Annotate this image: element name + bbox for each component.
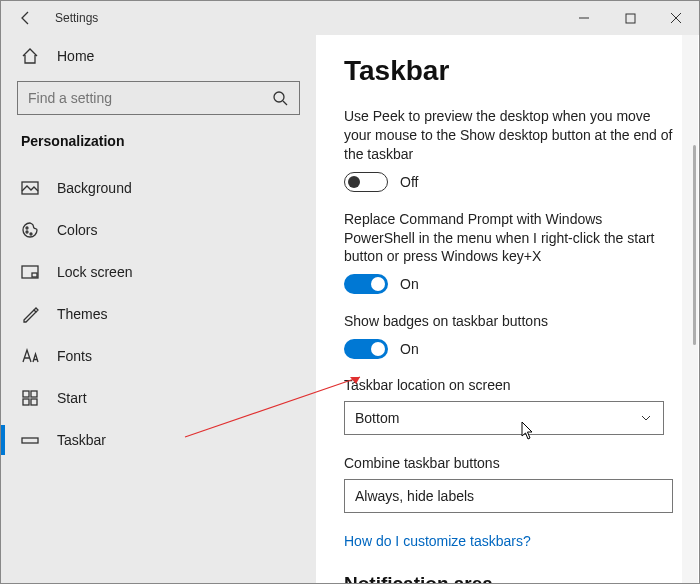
themes-icon (21, 305, 39, 323)
settings-window: Settings Home (0, 0, 700, 584)
sidebar-item-taskbar[interactable]: Taskbar (1, 419, 316, 461)
taskbar-icon (21, 431, 39, 449)
peek-description: Use Peek to preview the desktop when you… (344, 107, 673, 164)
powershell-description: Replace Command Prompt with Windows Powe… (344, 210, 673, 267)
home-icon (21, 47, 39, 65)
scroll-thumb[interactable] (693, 145, 696, 345)
sidebar-item-label: Taskbar (57, 432, 106, 448)
page-title: Taskbar (344, 55, 673, 87)
sidebar-item-label: Start (57, 390, 87, 406)
search-field[interactable] (28, 90, 271, 106)
close-button[interactable] (653, 1, 699, 35)
cursor-icon (521, 421, 535, 441)
sidebar-item-label: Lock screen (57, 264, 132, 280)
svg-point-3 (26, 227, 28, 229)
peek-toggle[interactable] (344, 172, 388, 192)
sidebar-item-label: Fonts (57, 348, 92, 364)
badges-description: Show badges on taskbar buttons (344, 312, 673, 331)
svg-rect-8 (23, 391, 29, 397)
svg-rect-0 (626, 14, 635, 23)
fonts-icon (21, 347, 39, 365)
svg-rect-9 (31, 391, 37, 397)
back-icon[interactable] (17, 9, 35, 27)
sidebar-category: Personalization (1, 129, 316, 167)
palette-icon (21, 221, 39, 239)
titlebar: Settings (1, 1, 699, 35)
sidebar-item-themes[interactable]: Themes (1, 293, 316, 335)
combine-label: Combine taskbar buttons (344, 455, 673, 471)
window-title: Settings (55, 11, 98, 25)
combine-value: Always, hide labels (355, 488, 474, 504)
sidebar-item-lockscreen[interactable]: Lock screen (1, 251, 316, 293)
search-input[interactable] (17, 81, 300, 115)
sidebar-item-start[interactable]: Start (1, 377, 316, 419)
location-dropdown[interactable]: Bottom (344, 401, 664, 435)
powershell-toggle[interactable] (344, 274, 388, 294)
badges-state: On (400, 341, 419, 357)
content-pane: Taskbar Use Peek to preview the desktop … (316, 35, 699, 583)
peek-state: Off (400, 174, 418, 190)
svg-point-1 (274, 92, 284, 102)
svg-rect-7 (32, 273, 37, 277)
sidebar-home[interactable]: Home (1, 37, 316, 75)
search-icon (271, 89, 289, 107)
sidebar-item-label: Themes (57, 306, 108, 322)
section-heading: Notification area (344, 573, 673, 583)
sidebar-item-background[interactable]: Background (1, 167, 316, 209)
sidebar-item-fonts[interactable]: Fonts (1, 335, 316, 377)
sidebar-item-label: Colors (57, 222, 97, 238)
minimize-button[interactable] (561, 1, 607, 35)
svg-rect-11 (31, 399, 37, 405)
sidebar-item-label: Background (57, 180, 132, 196)
help-link[interactable]: How do I customize taskbars? (344, 533, 673, 549)
combine-dropdown[interactable]: Always, hide labels (344, 479, 673, 513)
svg-point-4 (26, 231, 28, 233)
svg-rect-10 (23, 399, 29, 405)
maximize-button[interactable] (607, 1, 653, 35)
chevron-down-icon (639, 411, 653, 425)
badges-toggle[interactable] (344, 339, 388, 359)
svg-point-5 (30, 233, 32, 235)
start-icon (21, 389, 39, 407)
location-label: Taskbar location on screen (344, 377, 673, 393)
svg-rect-6 (22, 266, 38, 278)
location-value: Bottom (355, 410, 399, 426)
sidebar-home-label: Home (57, 48, 94, 64)
sidebar-item-colors[interactable]: Colors (1, 209, 316, 251)
picture-icon (21, 179, 39, 197)
powershell-state: On (400, 276, 419, 292)
svg-rect-12 (22, 438, 38, 443)
scrollbar[interactable] (682, 35, 698, 583)
lockscreen-icon (21, 263, 39, 281)
sidebar: Home Personalization Background C (1, 35, 316, 583)
